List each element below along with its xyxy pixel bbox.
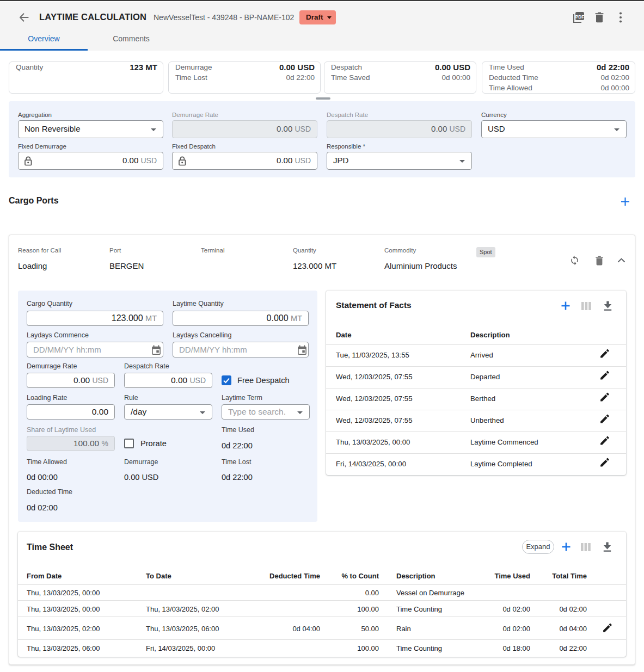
svg-text:PDF: PDF [575,15,584,20]
